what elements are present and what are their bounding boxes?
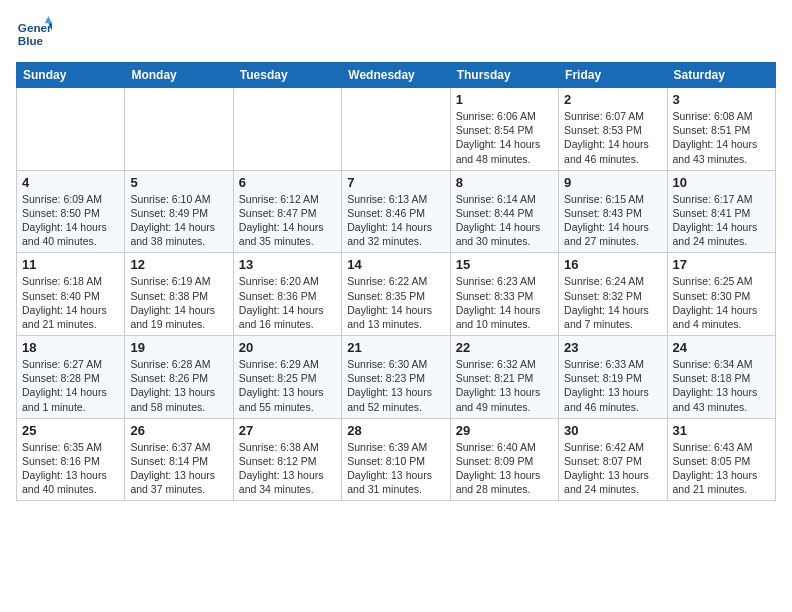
day-number: 4 — [22, 175, 119, 190]
day-info: Sunrise: 6:37 AM Sunset: 8:14 PM Dayligh… — [130, 440, 227, 497]
calendar-cell: 17Sunrise: 6:25 AM Sunset: 8:30 PM Dayli… — [667, 253, 775, 336]
day-info: Sunrise: 6:33 AM Sunset: 8:19 PM Dayligh… — [564, 357, 661, 414]
calendar: SundayMondayTuesdayWednesdayThursdayFrid… — [16, 62, 776, 501]
calendar-cell — [342, 88, 450, 171]
day-number: 5 — [130, 175, 227, 190]
day-number: 6 — [239, 175, 336, 190]
day-header: Sunday — [17, 63, 125, 88]
day-info: Sunrise: 6:30 AM Sunset: 8:23 PM Dayligh… — [347, 357, 444, 414]
calendar-cell: 29Sunrise: 6:40 AM Sunset: 8:09 PM Dayli… — [450, 418, 558, 501]
logo-icon: General Blue — [16, 16, 52, 52]
day-number: 26 — [130, 423, 227, 438]
day-number: 2 — [564, 92, 661, 107]
calendar-cell — [125, 88, 233, 171]
calendar-cell — [17, 88, 125, 171]
day-info: Sunrise: 6:12 AM Sunset: 8:47 PM Dayligh… — [239, 192, 336, 249]
calendar-cell: 16Sunrise: 6:24 AM Sunset: 8:32 PM Dayli… — [559, 253, 667, 336]
day-info: Sunrise: 6:29 AM Sunset: 8:25 PM Dayligh… — [239, 357, 336, 414]
day-header: Tuesday — [233, 63, 341, 88]
calendar-cell: 9Sunrise: 6:15 AM Sunset: 8:43 PM Daylig… — [559, 170, 667, 253]
svg-marker-2 — [45, 16, 52, 23]
calendar-cell: 1Sunrise: 6:06 AM Sunset: 8:54 PM Daylig… — [450, 88, 558, 171]
day-number: 23 — [564, 340, 661, 355]
day-number: 27 — [239, 423, 336, 438]
day-info: Sunrise: 6:15 AM Sunset: 8:43 PM Dayligh… — [564, 192, 661, 249]
day-info: Sunrise: 6:39 AM Sunset: 8:10 PM Dayligh… — [347, 440, 444, 497]
svg-text:Blue: Blue — [18, 34, 44, 47]
day-header: Friday — [559, 63, 667, 88]
day-info: Sunrise: 6:08 AM Sunset: 8:51 PM Dayligh… — [673, 109, 770, 166]
calendar-cell: 4Sunrise: 6:09 AM Sunset: 8:50 PM Daylig… — [17, 170, 125, 253]
calendar-cell: 5Sunrise: 6:10 AM Sunset: 8:49 PM Daylig… — [125, 170, 233, 253]
calendar-cell: 23Sunrise: 6:33 AM Sunset: 8:19 PM Dayli… — [559, 336, 667, 419]
day-info: Sunrise: 6:20 AM Sunset: 8:36 PM Dayligh… — [239, 274, 336, 331]
day-number: 15 — [456, 257, 553, 272]
calendar-cell: 31Sunrise: 6:43 AM Sunset: 8:05 PM Dayli… — [667, 418, 775, 501]
calendar-cell: 20Sunrise: 6:29 AM Sunset: 8:25 PM Dayli… — [233, 336, 341, 419]
day-info: Sunrise: 6:22 AM Sunset: 8:35 PM Dayligh… — [347, 274, 444, 331]
day-info: Sunrise: 6:10 AM Sunset: 8:49 PM Dayligh… — [130, 192, 227, 249]
day-info: Sunrise: 6:40 AM Sunset: 8:09 PM Dayligh… — [456, 440, 553, 497]
day-number: 17 — [673, 257, 770, 272]
day-number: 16 — [564, 257, 661, 272]
day-number: 12 — [130, 257, 227, 272]
day-info: Sunrise: 6:06 AM Sunset: 8:54 PM Dayligh… — [456, 109, 553, 166]
day-header: Monday — [125, 63, 233, 88]
day-info: Sunrise: 6:23 AM Sunset: 8:33 PM Dayligh… — [456, 274, 553, 331]
day-number: 19 — [130, 340, 227, 355]
day-number: 21 — [347, 340, 444, 355]
calendar-cell: 24Sunrise: 6:34 AM Sunset: 8:18 PM Dayli… — [667, 336, 775, 419]
calendar-cell: 6Sunrise: 6:12 AM Sunset: 8:47 PM Daylig… — [233, 170, 341, 253]
day-number: 1 — [456, 92, 553, 107]
day-info: Sunrise: 6:18 AM Sunset: 8:40 PM Dayligh… — [22, 274, 119, 331]
day-number: 20 — [239, 340, 336, 355]
day-info: Sunrise: 6:19 AM Sunset: 8:38 PM Dayligh… — [130, 274, 227, 331]
day-info: Sunrise: 6:17 AM Sunset: 8:41 PM Dayligh… — [673, 192, 770, 249]
calendar-cell: 12Sunrise: 6:19 AM Sunset: 8:38 PM Dayli… — [125, 253, 233, 336]
day-number: 9 — [564, 175, 661, 190]
day-number: 11 — [22, 257, 119, 272]
header: General Blue — [16, 16, 776, 52]
day-info: Sunrise: 6:09 AM Sunset: 8:50 PM Dayligh… — [22, 192, 119, 249]
day-number: 25 — [22, 423, 119, 438]
day-number: 18 — [22, 340, 119, 355]
day-number: 22 — [456, 340, 553, 355]
calendar-week-row: 4Sunrise: 6:09 AM Sunset: 8:50 PM Daylig… — [17, 170, 776, 253]
day-info: Sunrise: 6:43 AM Sunset: 8:05 PM Dayligh… — [673, 440, 770, 497]
day-info: Sunrise: 6:34 AM Sunset: 8:18 PM Dayligh… — [673, 357, 770, 414]
day-info: Sunrise: 6:28 AM Sunset: 8:26 PM Dayligh… — [130, 357, 227, 414]
calendar-cell — [233, 88, 341, 171]
day-number: 13 — [239, 257, 336, 272]
calendar-cell: 30Sunrise: 6:42 AM Sunset: 8:07 PM Dayli… — [559, 418, 667, 501]
day-header: Saturday — [667, 63, 775, 88]
day-info: Sunrise: 6:27 AM Sunset: 8:28 PM Dayligh… — [22, 357, 119, 414]
day-number: 7 — [347, 175, 444, 190]
calendar-cell: 28Sunrise: 6:39 AM Sunset: 8:10 PM Dayli… — [342, 418, 450, 501]
calendar-cell: 26Sunrise: 6:37 AM Sunset: 8:14 PM Dayli… — [125, 418, 233, 501]
calendar-cell: 21Sunrise: 6:30 AM Sunset: 8:23 PM Dayli… — [342, 336, 450, 419]
calendar-cell: 7Sunrise: 6:13 AM Sunset: 8:46 PM Daylig… — [342, 170, 450, 253]
day-info: Sunrise: 6:32 AM Sunset: 8:21 PM Dayligh… — [456, 357, 553, 414]
calendar-cell: 18Sunrise: 6:27 AM Sunset: 8:28 PM Dayli… — [17, 336, 125, 419]
calendar-week-row: 1Sunrise: 6:06 AM Sunset: 8:54 PM Daylig… — [17, 88, 776, 171]
day-number: 31 — [673, 423, 770, 438]
calendar-week-row: 25Sunrise: 6:35 AM Sunset: 8:16 PM Dayli… — [17, 418, 776, 501]
day-info: Sunrise: 6:13 AM Sunset: 8:46 PM Dayligh… — [347, 192, 444, 249]
calendar-cell: 27Sunrise: 6:38 AM Sunset: 8:12 PM Dayli… — [233, 418, 341, 501]
calendar-header-row: SundayMondayTuesdayWednesdayThursdayFrid… — [17, 63, 776, 88]
calendar-cell: 8Sunrise: 6:14 AM Sunset: 8:44 PM Daylig… — [450, 170, 558, 253]
day-info: Sunrise: 6:25 AM Sunset: 8:30 PM Dayligh… — [673, 274, 770, 331]
calendar-cell: 2Sunrise: 6:07 AM Sunset: 8:53 PM Daylig… — [559, 88, 667, 171]
day-number: 8 — [456, 175, 553, 190]
day-info: Sunrise: 6:35 AM Sunset: 8:16 PM Dayligh… — [22, 440, 119, 497]
calendar-cell: 22Sunrise: 6:32 AM Sunset: 8:21 PM Dayli… — [450, 336, 558, 419]
day-number: 14 — [347, 257, 444, 272]
calendar-cell: 15Sunrise: 6:23 AM Sunset: 8:33 PM Dayli… — [450, 253, 558, 336]
day-info: Sunrise: 6:42 AM Sunset: 8:07 PM Dayligh… — [564, 440, 661, 497]
day-info: Sunrise: 6:14 AM Sunset: 8:44 PM Dayligh… — [456, 192, 553, 249]
calendar-cell: 14Sunrise: 6:22 AM Sunset: 8:35 PM Dayli… — [342, 253, 450, 336]
day-header: Wednesday — [342, 63, 450, 88]
day-number: 29 — [456, 423, 553, 438]
day-number: 3 — [673, 92, 770, 107]
logo: General Blue — [16, 16, 56, 52]
